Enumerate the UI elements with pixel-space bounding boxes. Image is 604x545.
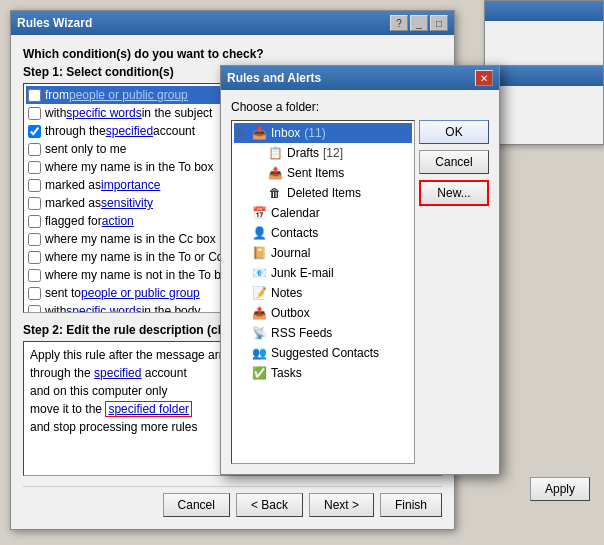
- condition-text-before: flagged for: [45, 213, 102, 229]
- folder-name: Tasks: [271, 364, 302, 382]
- condition-checkbox[interactable]: [28, 89, 41, 102]
- wizard-step1-title: Which condition(s) do you want to check?: [23, 47, 442, 61]
- folder-icon: 🗑: [266, 184, 284, 202]
- condition-link[interactable]: action: [102, 213, 134, 229]
- wizard-finish-button[interactable]: Finish: [380, 493, 442, 517]
- condition-checkbox[interactable]: [28, 251, 41, 264]
- folder-icon: 📅: [250, 204, 268, 222]
- folder-icon: 📥: [250, 124, 268, 142]
- folder-item[interactable]: ✅Tasks: [234, 363, 412, 383]
- folder-tree[interactable]: ▷📥Inbox(11)📋Drafts[12]📤Sent Items🗑Delete…: [231, 120, 415, 464]
- condition-text-before: marked as: [45, 195, 101, 211]
- folder-icon: 📤: [266, 164, 284, 182]
- condition-text-before: from: [45, 87, 69, 103]
- folder-name: Sent Items: [287, 164, 344, 182]
- condition-checkbox[interactable]: [28, 161, 41, 174]
- folder-name: Notes: [271, 284, 302, 302]
- folder-item[interactable]: 📧Junk E-mail: [234, 263, 412, 283]
- folder-badge: [12]: [323, 144, 343, 162]
- wizard-back-button[interactable]: < Back: [236, 493, 303, 517]
- background-apply-button[interactable]: Apply: [530, 477, 590, 501]
- folder-icon: 👥: [250, 344, 268, 362]
- condition-link[interactable]: people or public group: [69, 87, 188, 103]
- desc-line2-after: account: [141, 366, 186, 380]
- folder-name: Outbox: [271, 304, 310, 322]
- folder-item[interactable]: 📔Journal: [234, 243, 412, 263]
- wizard-footer: Cancel < Back Next > Finish: [23, 486, 442, 517]
- condition-text-before: where my name is not in the To box: [45, 267, 234, 283]
- desc-line2-link[interactable]: specified: [94, 366, 141, 380]
- condition-checkbox[interactable]: [28, 233, 41, 246]
- alerts-ok-button[interactable]: OK: [419, 120, 489, 144]
- alerts-folder-label: Choose a folder:: [231, 100, 489, 114]
- condition-link[interactable]: importance: [101, 177, 160, 193]
- folder-icon: ✅: [250, 364, 268, 382]
- condition-checkbox[interactable]: [28, 143, 41, 156]
- alerts-action-buttons: OK Cancel New...: [419, 120, 489, 464]
- condition-text-after: in the body: [142, 303, 201, 313]
- condition-text-before: with: [45, 105, 66, 121]
- folder-name: Deleted Items: [287, 184, 361, 202]
- folder-icon: 📔: [250, 244, 268, 262]
- condition-link[interactable]: specific words: [66, 105, 141, 121]
- condition-checkbox[interactable]: [28, 269, 41, 282]
- folder-name: Contacts: [271, 224, 318, 242]
- background-window-2: [484, 65, 604, 145]
- folder-name: Journal: [271, 244, 310, 262]
- wizard-help-button[interactable]: ?: [390, 15, 408, 31]
- folder-badge: (11): [304, 124, 325, 142]
- folder-item[interactable]: 📝Notes: [234, 283, 412, 303]
- folder-item[interactable]: 📤Outbox: [234, 303, 412, 323]
- folder-name: Calendar: [271, 204, 320, 222]
- desc-line4-before: move it to the: [30, 402, 105, 416]
- condition-checkbox[interactable]: [28, 179, 41, 192]
- condition-checkbox[interactable]: [28, 287, 41, 300]
- folder-item[interactable]: ▷📥Inbox(11): [234, 123, 412, 143]
- alerts-title: Rules and Alerts: [227, 71, 321, 85]
- background-apply-area: Apply: [530, 477, 590, 501]
- condition-checkbox[interactable]: [28, 107, 41, 120]
- condition-link[interactable]: people or public group: [81, 285, 200, 301]
- wizard-title: Rules Wizard: [17, 16, 92, 30]
- wizard-next-button[interactable]: Next >: [309, 493, 374, 517]
- desc-line4-link[interactable]: specified folder: [105, 401, 192, 417]
- condition-link[interactable]: sensitivity: [101, 195, 153, 211]
- folder-arrow-icon: ▷: [238, 124, 250, 142]
- folder-name: Suggested Contacts: [271, 344, 379, 362]
- folder-item[interactable]: 📤Sent Items: [234, 163, 412, 183]
- condition-link[interactable]: specific words: [66, 303, 141, 313]
- condition-text-after: account: [153, 123, 195, 139]
- rules-alerts-window: Rules and Alerts ✕ Choose a folder: ▷📥In…: [220, 65, 500, 475]
- condition-link[interactable]: specified: [106, 123, 153, 139]
- folder-item[interactable]: 📡RSS Feeds: [234, 323, 412, 343]
- folder-item[interactable]: 🗑Deleted Items: [234, 183, 412, 203]
- folder-icon: 👤: [250, 224, 268, 242]
- folder-icon: 📤: [250, 304, 268, 322]
- folder-icon: 📧: [250, 264, 268, 282]
- condition-checkbox[interactable]: [28, 215, 41, 228]
- alerts-new-button[interactable]: New...: [419, 180, 489, 206]
- alerts-content: Choose a folder: ▷📥Inbox(11)📋Drafts[12]📤…: [221, 90, 499, 474]
- folder-item[interactable]: 👤Contacts: [234, 223, 412, 243]
- condition-checkbox[interactable]: [28, 197, 41, 210]
- condition-text-before: sent to: [45, 285, 81, 301]
- folder-item[interactable]: 📅Calendar: [234, 203, 412, 223]
- condition-checkbox[interactable]: [28, 305, 41, 314]
- alerts-cancel-button[interactable]: Cancel: [419, 150, 489, 174]
- wizard-titlebar-buttons: ? _ □: [390, 15, 448, 31]
- condition-text-before: where my name is in the Cc box: [45, 231, 216, 247]
- folder-item[interactable]: 📋Drafts[12]: [234, 143, 412, 163]
- wizard-minimize-button[interactable]: _: [410, 15, 428, 31]
- condition-text-before: where my name is in the To or Cc box: [45, 249, 246, 265]
- folder-name: Junk E-mail: [271, 264, 334, 282]
- folder-name: Inbox: [271, 124, 300, 142]
- condition-text-before: through the: [45, 123, 106, 139]
- folder-name: Drafts: [287, 144, 319, 162]
- folder-icon: 📝: [250, 284, 268, 302]
- folder-item[interactable]: 👥Suggested Contacts: [234, 343, 412, 363]
- wizard-cancel-button[interactable]: Cancel: [163, 493, 230, 517]
- alerts-close-button[interactable]: ✕: [475, 70, 493, 86]
- condition-checkbox[interactable]: [28, 125, 41, 138]
- desc-line2-before: through the: [30, 366, 94, 380]
- wizard-maximize-button[interactable]: □: [430, 15, 448, 31]
